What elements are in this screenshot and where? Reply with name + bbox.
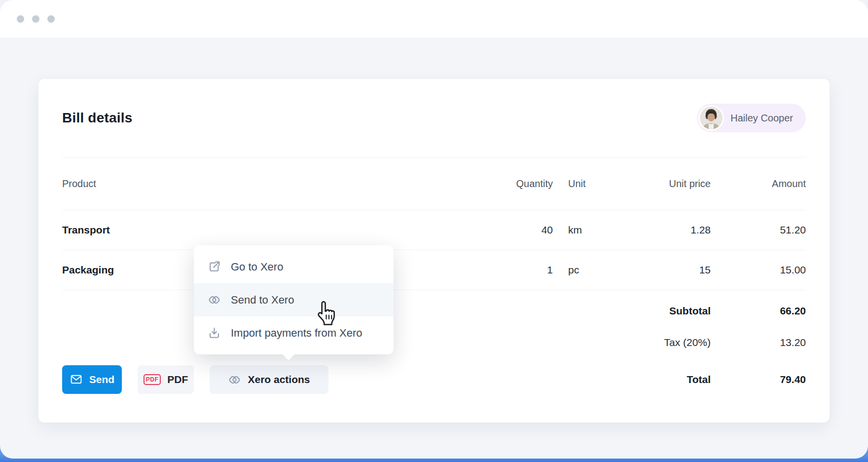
pdf-button[interactable]: PDF PDF <box>138 365 194 394</box>
cell-amount: 51.20 <box>711 224 806 236</box>
column-header-unit: Unit <box>568 178 637 190</box>
column-header-product: Product <box>62 178 474 190</box>
envelope-icon <box>70 373 83 386</box>
page-title: Bill details <box>62 110 132 126</box>
bill-details-card: Bill details Ha <box>38 79 830 423</box>
subtotal-row: Subtotal 66.20 <box>62 295 806 327</box>
xero-actions-menu: Go to Xero Send to Xero <box>194 245 394 354</box>
import-download-icon <box>208 326 221 340</box>
hand-cursor <box>315 299 338 328</box>
column-header-quantity: Quantity <box>474 178 553 190</box>
pdf-button-label: PDF <box>167 374 188 385</box>
totals-summary: Subtotal 66.20 Tax (20%) 13.20 <box>62 290 806 358</box>
cell-quantity: 40 <box>474 224 553 236</box>
total-label: Total <box>637 374 711 385</box>
window-titlebar <box>0 0 868 38</box>
cell-unit-price: 15 <box>637 264 711 276</box>
table-row[interactable]: Packaging 1 pc 15 15.00 <box>62 250 806 290</box>
action-buttons: Send PDF PDF Xero actions <box>62 365 328 394</box>
menu-item-label: Send to Xero <box>231 294 294 307</box>
cell-product: Transport <box>62 224 474 236</box>
xero-link-icon <box>208 293 221 307</box>
card-header: Bill details Ha <box>62 79 806 157</box>
menu-item-label: Import payments from Xero <box>231 327 362 340</box>
table-header-row: Product Quantity Unit Unit price Amount <box>62 157 806 210</box>
menu-item-send-to-xero[interactable]: Send to Xero <box>194 283 394 316</box>
cell-unit: km <box>568 224 637 236</box>
user-name: Hailey Cooper <box>730 113 793 124</box>
send-button[interactable]: Send <box>62 365 122 394</box>
external-link-icon <box>208 260 221 273</box>
tax-value: 13.20 <box>711 337 806 348</box>
column-header-unit-price: Unit price <box>637 178 711 190</box>
menu-item-import-payments[interactable]: Import payments from Xero <box>194 316 394 349</box>
column-header-amount: Amount <box>711 178 806 190</box>
cell-unit-price: 1.28 <box>637 224 711 236</box>
cell-unit: pc <box>568 264 637 276</box>
pdf-icon: PDF <box>144 374 161 385</box>
xero-actions-label: Xero actions <box>248 374 310 385</box>
table-row[interactable]: Transport 40 km 1.28 51.20 <box>62 210 806 250</box>
send-button-label: Send <box>89 374 114 385</box>
actions-and-total-row: Send PDF PDF Xero actions <box>62 364 806 395</box>
menu-item-label: Go to Xero <box>231 261 283 273</box>
total-value: 79.40 <box>711 374 806 385</box>
window-dot[interactable] <box>32 15 39 23</box>
subtotal-value: 66.20 <box>711 305 806 317</box>
app-surface: Bill details Ha <box>0 0 868 459</box>
tax-row: Tax (20%) 13.20 <box>62 327 806 358</box>
user-badge[interactable]: Hailey Cooper <box>697 104 806 132</box>
xero-actions-button[interactable]: Xero actions <box>210 365 328 394</box>
window-dot[interactable] <box>47 15 55 23</box>
cell-amount: 15.00 <box>711 264 806 276</box>
menu-item-go-to-xero[interactable]: Go to Xero <box>194 250 394 283</box>
xero-link-icon <box>228 373 241 386</box>
window-dot[interactable] <box>17 15 24 23</box>
subtotal-label: Subtotal <box>637 305 711 317</box>
avatar <box>700 107 723 129</box>
cell-quantity: 1 <box>474 264 553 276</box>
tax-label: Tax (20%) <box>637 337 711 348</box>
